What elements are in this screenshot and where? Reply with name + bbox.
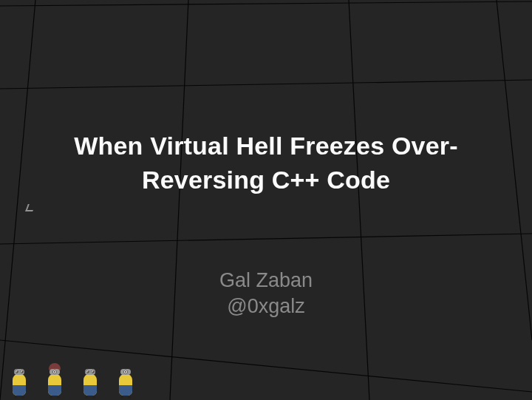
decorative-characters	[10, 365, 134, 396]
slide-content: When Virtual Hell Freezes Over- Reversin…	[0, 0, 532, 400]
minion-icon	[117, 365, 134, 396]
minion-icon	[81, 365, 99, 396]
author-block: Gal Zaban @0xgalz	[219, 268, 313, 319]
title-line-1: When Virtual Hell Freezes Over-	[74, 129, 458, 163]
title-line-2: Reversing C++ Code	[74, 163, 458, 197]
author-name: Gal Zaban	[219, 268, 313, 294]
minion-icon	[10, 365, 28, 396]
author-handle: @0xgalz	[219, 294, 313, 319]
slide-title: When Virtual Hell Freezes Over- Reversin…	[74, 129, 458, 197]
minion-icon	[46, 365, 64, 396]
